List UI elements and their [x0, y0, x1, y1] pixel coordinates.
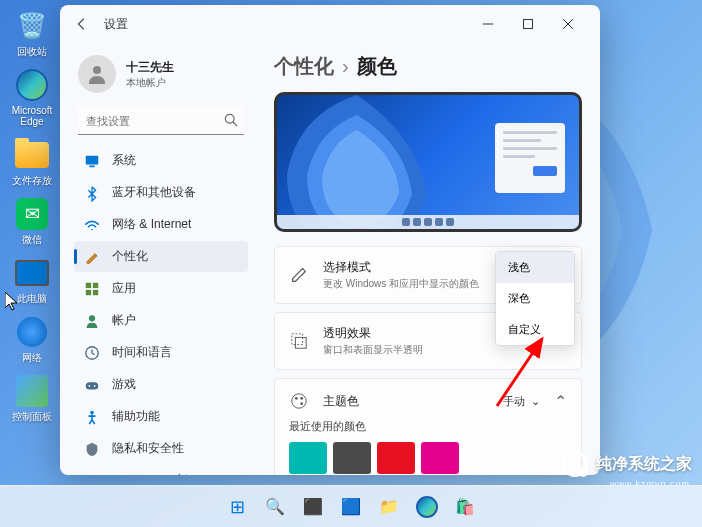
time-icon [84, 345, 100, 361]
sidebar-item-label: 系统 [112, 152, 136, 169]
preview-window-card [495, 123, 565, 193]
chevron-right-icon: › [342, 55, 349, 78]
control-panel-icon [14, 373, 50, 409]
svg-rect-7 [86, 282, 91, 287]
minimize-icon [483, 19, 493, 29]
maximize-icon [523, 19, 533, 29]
taskbar: ⊞ 🔍 ⬛ 🟦 📁 🛍️ [0, 485, 702, 527]
edge-icon [416, 496, 438, 518]
setting-row-accent[interactable]: 主题色 手动 ⌄ ⌃ 最近使用的颜色 Windows 颜色 [274, 378, 582, 475]
widgets-icon: 🟦 [341, 497, 361, 516]
sidebar-item-label: 隐私和安全性 [112, 440, 184, 457]
svg-rect-1 [524, 20, 533, 29]
window-title: 设置 [104, 16, 128, 33]
bluetooth-icon [84, 185, 100, 201]
store-icon: 🛍️ [455, 497, 475, 516]
start-button[interactable]: ⊞ [220, 490, 254, 524]
chevron-up-icon[interactable]: ⌃ [554, 392, 567, 411]
svg-point-22 [300, 397, 303, 400]
wifi-icon [84, 217, 100, 233]
desktop-icon-folder[interactable]: 文件存放 [8, 137, 56, 186]
svg-rect-17 [292, 334, 303, 345]
svg-point-20 [292, 394, 306, 408]
system-icon [84, 153, 100, 169]
taskbar-edge[interactable] [410, 490, 444, 524]
sidebar-item-label: 游戏 [112, 376, 136, 393]
svg-point-11 [89, 315, 95, 321]
svg-rect-5 [86, 155, 98, 164]
svg-rect-13 [86, 382, 98, 389]
desktop-icon-thispc[interactable]: 此电脑 [8, 255, 56, 304]
desktop-icon-wechat[interactable]: ✉ 微信 [8, 196, 56, 245]
breadcrumb-parent[interactable]: 个性化 [274, 53, 334, 80]
accent-dropdown[interactable]: 手动 ⌄ [503, 394, 540, 409]
search-input[interactable] [78, 107, 244, 135]
monitor-icon [14, 255, 50, 291]
color-swatch-3[interactable] [421, 442, 459, 474]
sidebar-item-personalize[interactable]: 个性化 [74, 241, 248, 272]
desktop-icon-edge[interactable]: Microsoft Edge [8, 67, 56, 127]
sidebar-item-access[interactable]: 辅助功能 [74, 401, 248, 432]
svg-point-15 [94, 385, 96, 387]
update-icon [84, 473, 100, 476]
recent-colors-label: 最近使用的颜色 [289, 419, 567, 434]
sidebar-item-gaming[interactable]: 游戏 [74, 369, 248, 400]
breadcrumb-current: 颜色 [357, 53, 397, 80]
taskbar-store[interactable]: 🛍️ [448, 490, 482, 524]
sidebar-item-label: 时间和语言 [112, 344, 172, 361]
taskview-icon: ⬛ [303, 497, 323, 516]
sidebar-item-system[interactable]: 系统 [74, 145, 248, 176]
content-area: 个性化 › 颜色 [256, 43, 600, 475]
color-swatch-0[interactable] [289, 442, 327, 474]
globe-icon [14, 314, 50, 350]
sidebar-item-apps[interactable]: 应用 [74, 273, 248, 304]
mode-option-dark[interactable]: 深色 [496, 283, 574, 314]
desktop-icon-recycle-bin[interactable]: 🗑️ 回收站 [8, 8, 56, 57]
privacy-icon [84, 441, 100, 457]
sidebar-item-wifi[interactable]: 网络 & Internet [74, 209, 248, 240]
mode-option-custom[interactable]: 自定义 [496, 314, 574, 345]
desktop-icon-network[interactable]: 网络 [8, 314, 56, 363]
access-icon [84, 409, 100, 425]
personalize-icon [84, 249, 100, 265]
sidebar-item-label: Windows 更新 [112, 472, 188, 475]
svg-line-4 [233, 122, 237, 126]
mode-option-light[interactable]: 浅色 [496, 252, 574, 283]
svg-point-16 [90, 410, 94, 414]
svg-point-21 [295, 397, 298, 400]
color-swatch-1[interactable] [333, 442, 371, 474]
back-button[interactable] [72, 14, 92, 34]
svg-rect-18 [295, 337, 306, 348]
sidebar-item-bluetooth[interactable]: 蓝牙和其他设备 [74, 177, 248, 208]
desktop-icon-control[interactable]: 控制面板 [8, 373, 56, 422]
svg-rect-6 [89, 165, 94, 167]
user-profile[interactable]: 十三先生 本地帐户 [74, 51, 248, 105]
sidebar-item-label: 蓝牙和其他设备 [112, 184, 196, 201]
windows-icon: ⊞ [230, 496, 245, 518]
sidebar-item-update[interactable]: Windows 更新 [74, 465, 248, 475]
sidebar-item-time[interactable]: 时间和语言 [74, 337, 248, 368]
svg-point-23 [300, 402, 303, 405]
mode-dropdown: 浅色 深色 自定义 [495, 251, 575, 346]
svg-rect-10 [93, 289, 98, 294]
edge-icon [14, 67, 50, 103]
gaming-icon [84, 377, 100, 393]
sidebar-item-privacy[interactable]: 隐私和安全性 [74, 433, 248, 464]
search-icon: 🔍 [265, 497, 285, 516]
taskbar-widgets[interactable]: 🟦 [334, 490, 368, 524]
svg-rect-8 [93, 282, 98, 287]
sidebar: 十三先生 本地帐户 系统蓝牙和其他设备网络 & Internet个性化应用帐户时… [60, 43, 256, 475]
folder-icon [14, 137, 50, 173]
svg-rect-9 [86, 289, 91, 294]
maximize-button[interactable] [508, 9, 548, 39]
close-button[interactable] [548, 9, 588, 39]
sidebar-item-label: 辅助功能 [112, 408, 160, 425]
minimize-button[interactable] [468, 9, 508, 39]
taskbar-search[interactable]: 🔍 [258, 490, 292, 524]
taskbar-taskview[interactable]: ⬛ [296, 490, 330, 524]
color-swatch-2[interactable] [377, 442, 415, 474]
taskbar-explorer[interactable]: 📁 [372, 490, 406, 524]
sidebar-item-account[interactable]: 帐户 [74, 305, 248, 336]
setting-row-mode[interactable]: 选择模式 更改 Windows 和应用中显示的颜色 浅色 深色 自定义 [274, 246, 582, 304]
svg-point-14 [88, 385, 90, 387]
